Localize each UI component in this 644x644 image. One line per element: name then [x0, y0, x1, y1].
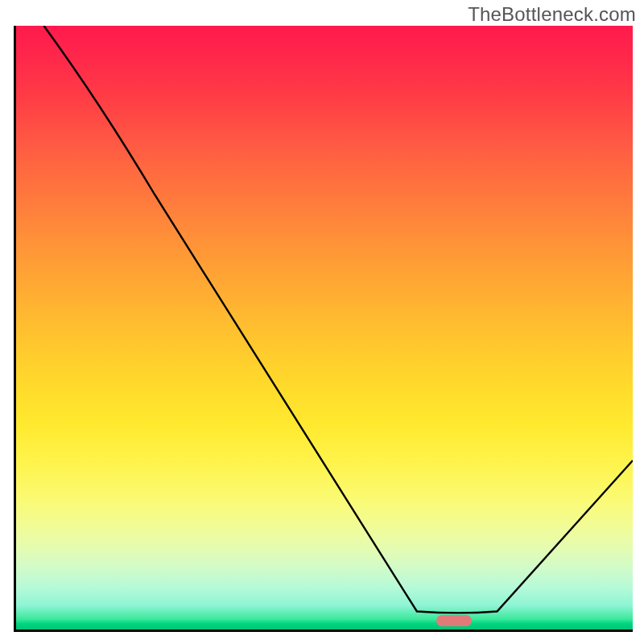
optimal-marker — [436, 615, 472, 626]
chart-container: TheBottleneck.com — [0, 0, 644, 644]
watermark-text: TheBottleneck.com — [468, 3, 636, 26]
curve-svg — [16, 26, 633, 630]
bottleneck-curve-path — [43, 26, 633, 613]
plot-area — [14, 26, 633, 632]
